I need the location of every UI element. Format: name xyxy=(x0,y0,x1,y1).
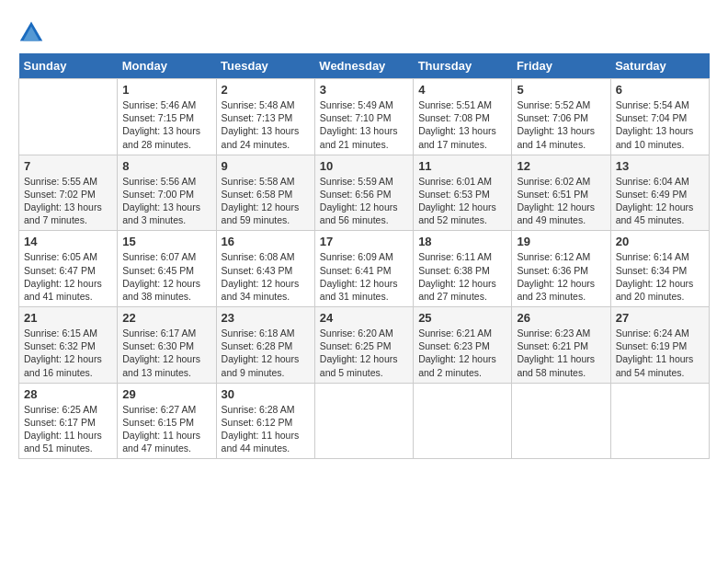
day-info: Sunrise: 6:20 AM Sunset: 6:25 PM Dayligh… xyxy=(320,327,408,379)
calendar-cell: 22Sunrise: 6:17 AM Sunset: 6:30 PM Dayli… xyxy=(118,307,216,384)
day-number: 20 xyxy=(616,235,704,248)
day-info: Sunrise: 6:14 AM Sunset: 6:34 PM Dayligh… xyxy=(616,250,704,303)
day-number: 6 xyxy=(616,83,704,97)
calendar-cell xyxy=(314,383,413,459)
calendar-cell: 14Sunrise: 6:05 AM Sunset: 6:47 PM Dayli… xyxy=(19,231,118,307)
day-info: Sunrise: 6:07 AM Sunset: 6:45 PM Dayligh… xyxy=(122,250,210,303)
day-info: Sunrise: 5:58 AM Sunset: 6:58 PM Dayligh… xyxy=(222,175,310,227)
day-number: 15 xyxy=(122,235,210,248)
logo-icon xyxy=(18,18,44,44)
day-info: Sunrise: 5:46 AM Sunset: 7:15 PM Dayligh… xyxy=(122,98,210,151)
calendar-cell: 7Sunrise: 5:55 AM Sunset: 7:02 PM Daylig… xyxy=(19,155,118,231)
day-info: Sunrise: 6:18 AM Sunset: 6:28 PM Dayligh… xyxy=(222,327,310,379)
day-number: 16 xyxy=(222,235,310,248)
calendar-cell: 25Sunrise: 6:21 AM Sunset: 6:23 PM Dayli… xyxy=(414,307,512,384)
day-number: 12 xyxy=(517,159,605,173)
day-number: 30 xyxy=(222,387,310,401)
calendar-cell: 16Sunrise: 6:08 AM Sunset: 6:43 PM Dayli… xyxy=(216,231,314,307)
calendar-cell: 29Sunrise: 6:27 AM Sunset: 6:15 PM Dayli… xyxy=(118,383,216,459)
day-info: Sunrise: 5:49 AM Sunset: 7:10 PM Dayligh… xyxy=(320,98,408,151)
day-number: 17 xyxy=(320,235,408,248)
day-number: 1 xyxy=(122,83,210,97)
calendar-header-row: SundayMondayTuesdayWednesdayThursdayFrid… xyxy=(19,53,710,79)
day-header-monday: Monday xyxy=(118,53,216,79)
calendar-cell: 19Sunrise: 6:12 AM Sunset: 6:36 PM Dayli… xyxy=(512,231,610,307)
calendar-cell: 18Sunrise: 6:11 AM Sunset: 6:38 PM Dayli… xyxy=(414,231,512,307)
day-number: 25 xyxy=(418,311,506,325)
calendar-cell: 5Sunrise: 5:52 AM Sunset: 7:06 PM Daylig… xyxy=(512,79,610,155)
day-header-thursday: Thursday xyxy=(414,53,512,79)
day-header-sunday: Sunday xyxy=(19,53,118,79)
day-info: Sunrise: 6:01 AM Sunset: 6:53 PM Dayligh… xyxy=(418,175,506,227)
day-number: 13 xyxy=(616,159,704,173)
day-number: 14 xyxy=(24,235,112,248)
day-info: Sunrise: 6:27 AM Sunset: 6:15 PM Dayligh… xyxy=(122,403,210,455)
calendar-cell: 26Sunrise: 6:23 AM Sunset: 6:21 PM Dayli… xyxy=(512,307,610,384)
calendar-week-row: 1Sunrise: 5:46 AM Sunset: 7:15 PM Daylig… xyxy=(19,79,710,155)
day-number: 26 xyxy=(517,311,605,325)
calendar-cell: 30Sunrise: 6:28 AM Sunset: 6:12 PM Dayli… xyxy=(216,383,314,459)
day-number: 28 xyxy=(24,387,112,401)
calendar-cell: 28Sunrise: 6:25 AM Sunset: 6:17 PM Dayli… xyxy=(19,383,118,459)
day-info: Sunrise: 6:15 AM Sunset: 6:32 PM Dayligh… xyxy=(24,327,112,379)
day-header-friday: Friday xyxy=(512,53,610,79)
day-info: Sunrise: 6:12 AM Sunset: 6:36 PM Dayligh… xyxy=(517,250,605,303)
day-info: Sunrise: 5:54 AM Sunset: 7:04 PM Dayligh… xyxy=(616,98,704,151)
calendar-cell: 3Sunrise: 5:49 AM Sunset: 7:10 PM Daylig… xyxy=(314,79,413,155)
calendar-week-row: 7Sunrise: 5:55 AM Sunset: 7:02 PM Daylig… xyxy=(19,155,710,231)
calendar-cell xyxy=(414,383,512,459)
day-info: Sunrise: 6:02 AM Sunset: 6:51 PM Dayligh… xyxy=(517,175,605,227)
day-info: Sunrise: 6:21 AM Sunset: 6:23 PM Dayligh… xyxy=(418,327,506,379)
calendar-week-row: 28Sunrise: 6:25 AM Sunset: 6:17 PM Dayli… xyxy=(19,383,710,459)
day-info: Sunrise: 6:08 AM Sunset: 6:43 PM Dayligh… xyxy=(222,250,310,303)
calendar-cell: 8Sunrise: 5:56 AM Sunset: 7:00 PM Daylig… xyxy=(118,155,216,231)
logo xyxy=(18,18,46,44)
day-header-wednesday: Wednesday xyxy=(314,53,413,79)
day-number: 8 xyxy=(122,159,210,173)
day-number: 24 xyxy=(320,311,408,325)
day-info: Sunrise: 6:09 AM Sunset: 6:41 PM Dayligh… xyxy=(320,250,408,303)
calendar-cell: 27Sunrise: 6:24 AM Sunset: 6:19 PM Dayli… xyxy=(610,307,709,384)
day-number: 18 xyxy=(418,235,506,248)
day-number: 22 xyxy=(122,311,210,325)
day-info: Sunrise: 6:23 AM Sunset: 6:21 PM Dayligh… xyxy=(517,327,605,379)
day-number: 5 xyxy=(517,83,605,97)
calendar-cell: 17Sunrise: 6:09 AM Sunset: 6:41 PM Dayli… xyxy=(314,231,413,307)
day-number: 19 xyxy=(517,235,605,248)
calendar-cell: 13Sunrise: 6:04 AM Sunset: 6:49 PM Dayli… xyxy=(610,155,709,231)
day-header-tuesday: Tuesday xyxy=(216,53,314,79)
day-info: Sunrise: 5:55 AM Sunset: 7:02 PM Dayligh… xyxy=(24,175,112,227)
day-number: 21 xyxy=(24,311,112,325)
calendar-cell: 1Sunrise: 5:46 AM Sunset: 7:15 PM Daylig… xyxy=(118,79,216,155)
calendar-week-row: 21Sunrise: 6:15 AM Sunset: 6:32 PM Dayli… xyxy=(19,307,710,384)
calendar-week-row: 14Sunrise: 6:05 AM Sunset: 6:47 PM Dayli… xyxy=(19,231,710,307)
day-info: Sunrise: 6:04 AM Sunset: 6:49 PM Dayligh… xyxy=(616,175,704,227)
calendar-cell xyxy=(610,383,709,459)
calendar-cell: 23Sunrise: 6:18 AM Sunset: 6:28 PM Dayli… xyxy=(216,307,314,384)
day-number: 11 xyxy=(418,159,506,173)
day-info: Sunrise: 6:28 AM Sunset: 6:12 PM Dayligh… xyxy=(222,403,310,455)
day-number: 29 xyxy=(122,387,210,401)
day-header-saturday: Saturday xyxy=(610,53,709,79)
day-info: Sunrise: 6:25 AM Sunset: 6:17 PM Dayligh… xyxy=(24,403,112,455)
day-number: 7 xyxy=(24,159,112,173)
calendar-cell: 10Sunrise: 5:59 AM Sunset: 6:56 PM Dayli… xyxy=(314,155,413,231)
calendar-cell: 12Sunrise: 6:02 AM Sunset: 6:51 PM Dayli… xyxy=(512,155,610,231)
calendar-table: SundayMondayTuesdayWednesdayThursdayFrid… xyxy=(18,53,710,459)
calendar-cell: 11Sunrise: 6:01 AM Sunset: 6:53 PM Dayli… xyxy=(414,155,512,231)
day-number: 9 xyxy=(222,159,310,173)
calendar-cell: 4Sunrise: 5:51 AM Sunset: 7:08 PM Daylig… xyxy=(414,79,512,155)
day-number: 4 xyxy=(418,83,506,97)
calendar-cell: 2Sunrise: 5:48 AM Sunset: 7:13 PM Daylig… xyxy=(216,79,314,155)
day-number: 23 xyxy=(222,311,310,325)
day-number: 27 xyxy=(616,311,704,325)
calendar-cell: 20Sunrise: 6:14 AM Sunset: 6:34 PM Dayli… xyxy=(610,231,709,307)
day-number: 3 xyxy=(320,83,408,97)
day-info: Sunrise: 5:51 AM Sunset: 7:08 PM Dayligh… xyxy=(418,98,506,151)
day-info: Sunrise: 6:17 AM Sunset: 6:30 PM Dayligh… xyxy=(122,327,210,379)
calendar-cell: 6Sunrise: 5:54 AM Sunset: 7:04 PM Daylig… xyxy=(610,79,709,155)
calendar-cell: 9Sunrise: 5:58 AM Sunset: 6:58 PM Daylig… xyxy=(216,155,314,231)
day-info: Sunrise: 5:52 AM Sunset: 7:06 PM Dayligh… xyxy=(517,98,605,151)
day-info: Sunrise: 6:05 AM Sunset: 6:47 PM Dayligh… xyxy=(24,250,112,303)
day-info: Sunrise: 6:11 AM Sunset: 6:38 PM Dayligh… xyxy=(418,250,506,303)
